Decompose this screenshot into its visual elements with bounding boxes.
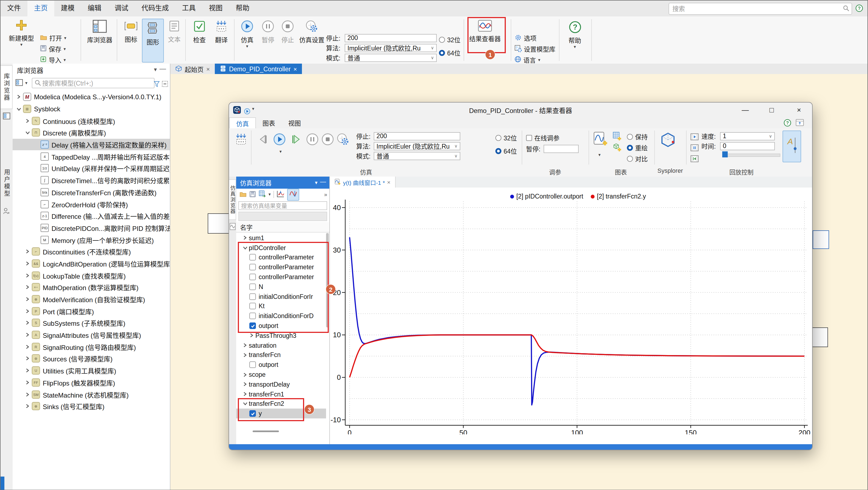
sim-tree-item[interactable]: PassThrough3 xyxy=(236,331,326,341)
panel-minimize-icon[interactable]: — xyxy=(159,65,166,73)
chevron-right-icon[interactable] xyxy=(25,368,30,373)
menu-9[interactable]: 帮助 xyxy=(229,1,256,17)
wr-step-forward-icon[interactable] xyxy=(289,133,303,148)
sim-tree-item[interactable]: transferFcn1 xyxy=(236,390,326,399)
playback-slider-thumb[interactable] xyxy=(722,151,728,157)
sim-tree-item[interactable]: outport xyxy=(236,360,326,370)
wr-pause-icon[interactable] xyxy=(306,133,319,148)
new-table-window-icon[interactable] xyxy=(613,132,621,143)
library-tree-item[interactable]: ⊕Sinks (信号汇模型库) xyxy=(12,400,170,412)
translate-button[interactable]: 翻译 xyxy=(211,20,232,44)
chevron-right-icon[interactable] xyxy=(243,372,249,377)
sysplorer-button-icon[interactable] xyxy=(660,132,676,150)
icon-view-button[interactable]: 图标 xyxy=(121,20,141,43)
sim-tree-item[interactable]: controllerParameter xyxy=(236,272,326,282)
variable-checkbox[interactable] xyxy=(249,322,256,329)
new-model-button[interactable]: 新建模型 ▾ xyxy=(6,19,37,47)
chevron-down-icon[interactable] xyxy=(243,402,249,406)
curve-plot-area[interactable]: [2] pIDController.outport[2] transferFcn… xyxy=(330,188,812,444)
library-tree-item[interactable]: b/aDiscreteTransferFcn (离散传递函数) xyxy=(12,186,170,198)
annotation-tool-button[interactable]: A xyxy=(782,131,801,162)
library-tree-item[interactable]: MModelica (Modelica S...y-Version4.0.0.T… xyxy=(12,91,170,103)
open-button[interactable]: 打开▾ xyxy=(40,33,66,42)
chevron-down-icon[interactable] xyxy=(243,246,249,250)
library-tree-item[interactable]: &&LogicAndBitOperation (逻辑与位运算模型库) xyxy=(12,257,170,269)
wr-translate-icon[interactable] xyxy=(235,133,248,148)
variable-checkbox[interactable] xyxy=(249,284,256,290)
library-tree-item[interactable]: +−MathOperation (数学运算模型库) xyxy=(12,281,170,293)
menu-7[interactable]: 工具 xyxy=(175,1,202,17)
open-result-icon[interactable] xyxy=(240,190,247,199)
chevron-right-icon[interactable] xyxy=(25,261,30,266)
window-close-button[interactable]: × xyxy=(789,103,808,117)
sim-browser-minimize-icon[interactable]: — xyxy=(320,178,326,185)
chevron-right-icon[interactable] xyxy=(243,343,249,348)
tab-demo-pid-controller[interactable]: Demo_PID_Controller× xyxy=(215,64,302,74)
library-tree-item[interactable]: ASignalAttributes (信号属性模型库) xyxy=(12,329,170,341)
close-model-tab-icon[interactable]: × xyxy=(293,65,297,72)
curve-window-tab[interactable]: y(t) 曲线窗口-1 * × xyxy=(330,177,395,188)
sim-tree-item[interactable]: scope xyxy=(236,370,326,379)
library-tree-item[interactable]: z⁻²Delay (将输入信号延迟指定数量的采样) xyxy=(12,139,170,150)
new-curve-window-icon[interactable] xyxy=(593,132,608,149)
sim-tree-hscrollbar[interactable] xyxy=(253,431,279,432)
sim-tree-column-header[interactable]: 名字 xyxy=(236,222,329,233)
help-button[interactable]: ? 帮助 ▾ xyxy=(563,21,587,49)
diagram-block-fragment[interactable] xyxy=(813,230,829,249)
playback-slider-track[interactable] xyxy=(722,153,780,157)
panel-menu-icon[interactable]: ▼ xyxy=(153,67,158,73)
library-tree-item[interactable]: z-1Difference (输...入值减去上一输入值的差值) xyxy=(12,210,170,222)
sim-settings-button[interactable]: 仿真设置 xyxy=(299,20,325,44)
bit64-radio[interactable]: 64位 xyxy=(439,48,461,57)
library-tree-item[interactable]: ⊞Sysblock xyxy=(12,103,170,115)
library-view-mode-button[interactable]: ▾ xyxy=(16,79,27,87)
chevron-right-icon[interactable] xyxy=(25,249,30,254)
sim-browser-side-tab[interactable]: 仿真浏览器 xyxy=(229,179,236,220)
sim-tree-item[interactable]: sum1 xyxy=(236,233,326,243)
sim-tree-item[interactable]: transferFcn xyxy=(236,350,326,360)
save-result-icon[interactable] xyxy=(249,190,256,199)
chevron-right-icon[interactable] xyxy=(25,344,30,349)
window-maximize-button[interactable]: □ xyxy=(762,103,781,117)
simulate-button[interactable]: 仿真 ▾ xyxy=(237,20,257,49)
sim-tree-item[interactable]: transportDelay xyxy=(236,379,326,390)
stop-time-input[interactable]: 200 xyxy=(345,34,437,42)
playback-rewind-icon[interactable] xyxy=(690,155,699,165)
chevron-right-icon[interactable] xyxy=(243,392,249,397)
new-3d-window-icon[interactable] xyxy=(613,143,621,153)
menu-6[interactable]: 代码生成 xyxy=(135,1,175,17)
variable-checkbox[interactable] xyxy=(249,293,256,300)
menu-8[interactable]: 视图 xyxy=(202,1,229,17)
library-tree-item[interactable]: ⊛Sources (信号源模型库) xyxy=(12,353,170,365)
variable-checkbox[interactable] xyxy=(249,254,256,261)
save-button[interactable]: 保存▾ xyxy=(40,45,66,53)
wr-stop-time-input[interactable]: 200 xyxy=(374,132,460,140)
library-tree-item[interactable]: f(u)LookupTable (查找表模型库) xyxy=(12,269,170,281)
chevron-right-icon[interactable] xyxy=(25,285,30,290)
chevron-right-icon[interactable] xyxy=(249,333,255,338)
variable-checkbox[interactable] xyxy=(249,410,256,417)
language-button[interactable]: 语言▾ xyxy=(515,55,540,64)
library-tree-item[interactable]: PIDDiscretePIDCon...离散时间 PID 控制算法) xyxy=(12,222,170,234)
global-search[interactable] xyxy=(669,3,852,15)
library-tree-item[interactable]: ∫DiscreteTimeI...信号的离散时间积分或累积) xyxy=(12,174,170,186)
chevron-right-icon[interactable] xyxy=(25,380,30,385)
library-tree-item[interactable]: ∿Continuous (连续模型库) xyxy=(12,115,170,127)
chevron-down-icon[interactable] xyxy=(16,107,21,111)
new-curve-caret-icon[interactable]: ▾ xyxy=(598,152,600,157)
library-tree-item[interactable]: PPort (端口模型库) xyxy=(12,305,170,317)
chevron-right-icon[interactable] xyxy=(25,392,30,397)
set-model-lib-button[interactable]: 设置模型库 xyxy=(515,45,555,53)
sim-tree-item[interactable]: initialConditionForIr xyxy=(236,292,326,301)
chevron-right-icon[interactable] xyxy=(243,235,249,240)
wr-bit64-radio[interactable]: 64位 xyxy=(495,146,517,155)
hold-radio[interactable]: 保持 xyxy=(627,132,648,141)
library-tree-item[interactable]: ⌐Discontinuities (不连续模型库) xyxy=(12,246,170,257)
graphic-view-button[interactable]: 图形 xyxy=(142,19,164,62)
library-tree-item[interactable]: MMemory (应用一个单积分步长延迟) xyxy=(12,234,170,246)
sidebar-tab-user-models[interactable]: 用户模型 xyxy=(1,162,12,204)
chevron-down-icon[interactable] xyxy=(25,131,30,135)
wr-stop-icon[interactable] xyxy=(321,133,334,148)
window-titlebar[interactable]: ▾ Demo_PID_Controller - 结果查看器 — □ × xyxy=(229,103,812,117)
export-table-icon[interactable] xyxy=(259,190,266,199)
